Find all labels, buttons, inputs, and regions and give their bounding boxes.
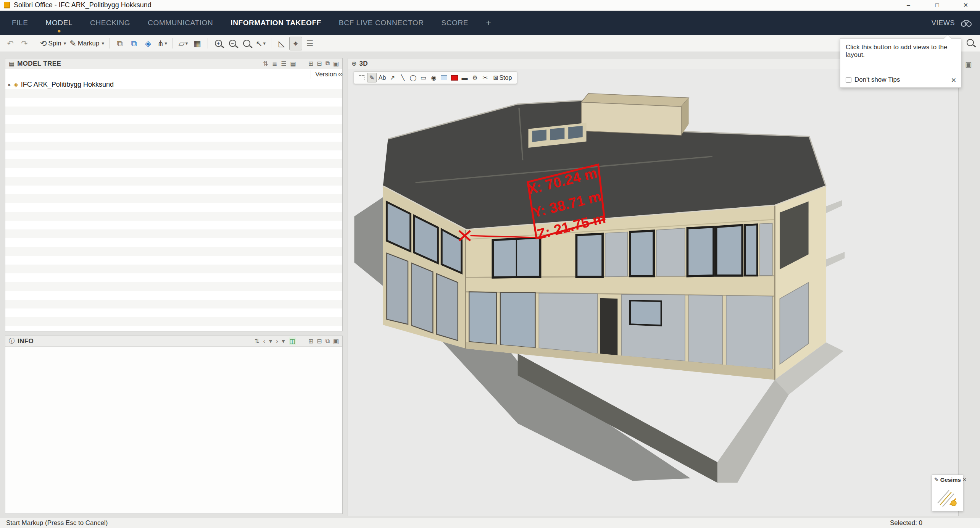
panel-grid-icon[interactable]: ⊞ — [308, 60, 313, 67]
spin-tool-button[interactable]: ⟲ Spin ▾ — [39, 37, 67, 50]
tree-sort-icon[interactable]: ⇅ — [263, 60, 268, 67]
panel-float-icon[interactable]: ⧉ — [325, 60, 329, 67]
gesims-panel: ✎ Gesims ✕ — [932, 475, 963, 511]
markup-label: Markup — [78, 40, 100, 47]
measure-icon: ⋔ — [157, 39, 164, 48]
markup-stop-button[interactable]: ⊠ Stop — [491, 74, 514, 81]
chevron-down-icon: ▾ — [165, 40, 168, 46]
markup-tool-button[interactable]: ✎ Markup ▾ — [68, 37, 105, 50]
pencil-icon: ✎ — [934, 476, 939, 483]
markup-settings-button[interactable]: ⚙ — [470, 73, 480, 82]
selection-count: Selected: 0 — [890, 519, 922, 527]
building-3d-scene[interactable]: X: 70.24 m Y: 38.71 m Z: 21.75 m — [348, 69, 958, 516]
chevron-down-icon[interactable]: ▾ — [282, 337, 285, 345]
column-divider[interactable] — [311, 70, 311, 79]
viewport-maximize-button[interactable]: ▣ — [965, 60, 972, 69]
model-tree-body[interactable]: ▸ ◈ IFC ARK_Politibygg Hokksund — [5, 80, 342, 331]
tree-flat-icon[interactable]: ≣ — [272, 60, 277, 67]
model-tree-column-header: Version ∞ — [5, 69, 342, 80]
layers-button[interactable]: ☰ — [303, 37, 316, 50]
toolbar-separator — [271, 38, 271, 48]
dont-show-tips-label: Don't show Tips — [854, 76, 900, 84]
markup-arrow-button[interactable]: ↗ — [388, 73, 397, 82]
toolbar-separator — [35, 38, 35, 48]
section-box-button[interactable]: ▦ — [191, 37, 204, 50]
markup-text-button[interactable]: Ab — [377, 73, 387, 82]
tooltip-close-icon[interactable]: ✕ — [951, 76, 956, 84]
tree-root-label[interactable]: IFC ARK_Politibygg Hokksund — [21, 81, 114, 89]
menu-information-takeoff[interactable]: INFORMATION TAKEOFF — [222, 11, 330, 35]
dashed-select-icon — [359, 75, 364, 80]
markup-rectangle-button[interactable]: ▭ — [419, 73, 428, 82]
markup-cut-button[interactable]: ✂ — [480, 73, 490, 82]
select-tool-button[interactable]: ↖ ▾ — [254, 37, 267, 50]
nav-prev-icon[interactable]: ‹ — [263, 338, 265, 345]
markup-ellipse-button[interactable]: ◯ — [408, 73, 418, 82]
dont-show-tips-checkbox[interactable] — [846, 77, 851, 83]
app-window: Solibri Office - IFC ARK_Politibygg Hokk… — [0, 0, 980, 528]
panel-float-icon[interactable]: ⧉ — [325, 337, 329, 345]
window-close-button[interactable]: ✕ — [951, 0, 980, 11]
search-button[interactable] — [967, 39, 974, 48]
markup-stroke-button[interactable]: ▬ — [460, 73, 469, 82]
zoom-extents-button[interactable] — [240, 37, 253, 50]
window-title: Solibri Office - IFC ARK_Politibygg Hokk… — [14, 1, 152, 9]
info-sort-icon[interactable]: ⇅ — [254, 337, 259, 345]
window-minimize-button[interactable]: – — [894, 0, 923, 11]
show-model-button[interactable]: ◈ — [142, 37, 155, 50]
undo-button[interactable]: ↶ — [4, 37, 17, 50]
tree-panel-icon: ▤ — [9, 60, 15, 67]
panel-minimize-icon[interactable]: ⊟ — [317, 60, 322, 67]
link-icon[interactable]: ∞ — [338, 71, 343, 78]
clip-plane-button[interactable]: ▱ ▾ — [177, 37, 190, 50]
clip-plane-icon: ▱ — [179, 39, 185, 48]
nav-next-icon[interactable]: › — [276, 338, 278, 345]
menu-communication[interactable]: COMMUNICATION — [139, 11, 222, 35]
viewport-3d[interactable]: X: 70.24 m Y: 38.71 m Z: 21.75 m ✎ Ab ↗ … — [348, 69, 958, 516]
menu-score[interactable]: SCORE — [433, 11, 477, 35]
info-link-icon[interactable]: ◫ — [289, 337, 296, 345]
markup-select-region-button[interactable] — [357, 73, 366, 82]
menu-bcf-live-connector[interactable]: BCF LIVE CONNECTOR — [330, 11, 433, 35]
zoom-in-button[interactable]: + — [212, 37, 225, 50]
measure-tool-button[interactable]: ⋔ ▾ — [156, 37, 169, 50]
update-models-button[interactable]: ⧉ — [127, 37, 140, 50]
open-models-button[interactable]: ⧉ — [113, 37, 126, 50]
redo-button[interactable]: ↷ — [18, 37, 31, 50]
menu-checking[interactable]: CHECKING — [81, 11, 139, 35]
toolbar-separator — [109, 38, 110, 48]
panel-minimize-icon[interactable]: ⊟ — [317, 337, 322, 345]
menu-add-layout-button[interactable]: + — [477, 11, 500, 35]
menu-file[interactable]: FILE — [3, 11, 37, 35]
views-binoculars-icon[interactable] — [960, 19, 972, 27]
markup-color-button[interactable] — [450, 73, 459, 82]
zoom-out-button[interactable]: − — [226, 37, 239, 50]
tree-grid-icon[interactable]: ▤ — [290, 60, 296, 67]
dimension-tool-button[interactable]: ◺ — [275, 37, 288, 50]
red-color-swatch — [451, 75, 458, 81]
gesims-close-icon[interactable]: ✕ — [962, 477, 967, 483]
markup-pin-button[interactable]: ◉ — [429, 73, 438, 82]
markup-line-button[interactable]: ╲ — [398, 73, 408, 82]
markup-pin-button[interactable]: ⌖ — [289, 37, 302, 50]
menu-model[interactable]: MODEL — [37, 11, 82, 35]
version-column-header[interactable]: Version — [315, 71, 337, 78]
panel-maximize-icon[interactable]: ▣ — [333, 337, 339, 345]
zoom-icon — [243, 40, 250, 47]
panel-maximize-icon[interactable]: ▣ — [333, 60, 339, 67]
tree-group-icon[interactable]: ☰ — [281, 60, 286, 67]
info-panel: ⓘ INFO ⇅ ‹ ▾ › ▾ ◫ ⊞ ⊟ ⧉ ▣ — [5, 336, 343, 514]
window-maximize-button[interactable]: □ — [923, 0, 951, 11]
expander-icon[interactable]: ▸ — [8, 82, 11, 87]
tree-row-root[interactable]: ▸ ◈ IFC ARK_Politibygg Hokksund — [5, 80, 342, 89]
markup-image-button[interactable] — [439, 73, 449, 82]
markup-pencil-button[interactable]: ✎ — [367, 73, 377, 82]
chevron-down-icon: ▾ — [102, 40, 104, 46]
viewport-title: 3D — [359, 60, 368, 68]
spin-label: Spin — [48, 40, 61, 47]
chevron-down-icon[interactable]: ▾ — [269, 337, 272, 345]
panel-grid-icon[interactable]: ⊞ — [308, 337, 313, 345]
chevron-down-icon: ▾ — [64, 40, 66, 46]
search-icon — [967, 39, 974, 46]
views-label[interactable]: VIEWS — [932, 19, 955, 27]
